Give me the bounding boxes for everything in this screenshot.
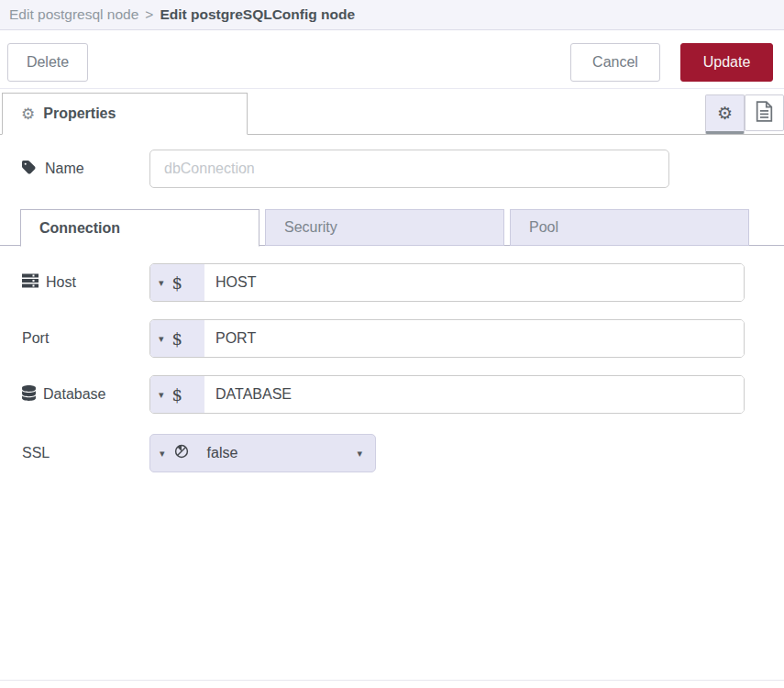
port-input[interactable]	[204, 320, 744, 357]
node-description-button[interactable]	[745, 94, 784, 131]
tray-footer-divider	[0, 680, 784, 681]
ssl-value: false	[207, 445, 238, 461]
tab-connection[interactable]: Connection	[20, 209, 259, 247]
name-label: Name	[22, 160, 149, 179]
edit-dialog-toolbar: Delete Cancel Update	[0, 30, 784, 89]
database-typed-input: ▾ $	[149, 375, 745, 414]
breadcrumb-parent-link[interactable]: Edit postgresql node	[9, 6, 138, 23]
delete-button[interactable]: Delete	[7, 43, 88, 82]
host-label: Host	[22, 273, 149, 292]
tab-pool[interactable]: Pool	[510, 209, 749, 246]
chevron-down-icon: ▾	[159, 278, 164, 288]
port-label: Port	[22, 330, 149, 347]
tab-security[interactable]: Security	[265, 209, 504, 246]
update-button[interactable]: Update	[680, 43, 773, 82]
properties-tab-label: Properties	[43, 105, 116, 122]
chevron-down-icon: ▾	[159, 390, 164, 400]
ssl-label: SSL	[22, 445, 149, 461]
env-var-icon: $	[172, 329, 182, 349]
host-typed-input: ▾ $	[149, 263, 745, 302]
database-row: Database ▾ $	[22, 375, 784, 414]
name-input[interactable]	[149, 150, 669, 188]
breadcrumb: Edit postgresql node > Edit postgreSQLCo…	[0, 0, 784, 30]
boolean-icon	[174, 444, 189, 462]
gear-icon: ⚙	[717, 105, 733, 122]
tab-properties[interactable]: ⚙ Properties	[2, 93, 248, 135]
database-input[interactable]	[204, 376, 744, 413]
tasks-icon	[22, 273, 39, 292]
host-type-select[interactable]: ▾ $	[150, 264, 204, 301]
cancel-button[interactable]: Cancel	[570, 43, 660, 82]
port-type-select[interactable]: ▾ $	[150, 320, 204, 357]
name-row: Name	[22, 150, 784, 188]
database-icon	[22, 385, 36, 405]
editor-tab-bar: ⚙ Properties ⚙	[0, 89, 784, 135]
node-properties-button[interactable]: ⚙	[705, 94, 745, 134]
host-input[interactable]	[204, 264, 744, 301]
gear-icon: ⚙	[21, 106, 35, 122]
tag-icon	[22, 160, 38, 179]
database-type-select[interactable]: ▾ $	[150, 376, 204, 413]
node-config-form: Name Connection Security Pool	[0, 135, 784, 472]
config-tab-bar: Connection Security Pool	[0, 209, 784, 246]
port-row: Port ▾ $	[22, 319, 784, 358]
chevron-down-icon: ▾	[357, 449, 362, 459]
document-icon	[756, 101, 773, 126]
ssl-row: SSL ▾ false ▾	[22, 434, 784, 472]
env-var-icon: $	[172, 385, 182, 405]
breadcrumb-current: Edit postgreSQLConfig node	[160, 6, 355, 23]
breadcrumb-separator: >	[145, 6, 153, 23]
database-label: Database	[22, 385, 149, 405]
port-typed-input: ▾ $	[149, 319, 745, 358]
env-var-icon: $	[172, 273, 182, 293]
host-row: Host ▾ $	[22, 263, 784, 302]
chevron-down-icon: ▾	[159, 334, 164, 344]
chevron-down-icon: ▾	[160, 449, 165, 459]
ssl-select[interactable]: ▾ false ▾	[149, 434, 376, 472]
